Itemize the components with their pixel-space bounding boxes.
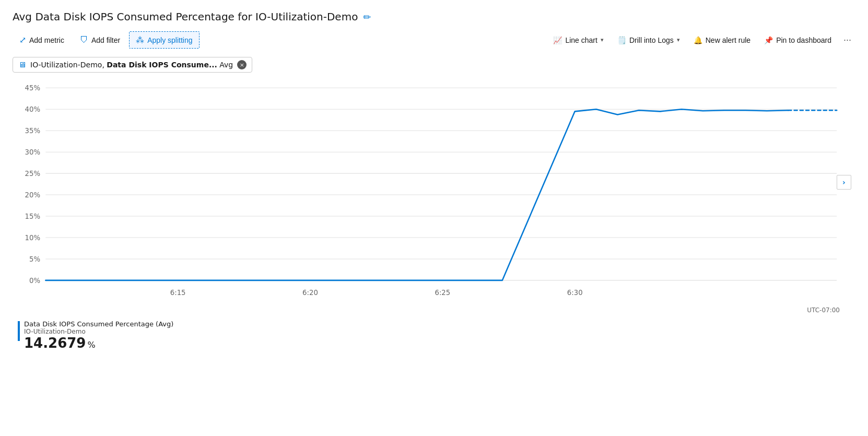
svg-text:6:25: 6:25: [435, 289, 450, 297]
add-metric-button[interactable]: ⤢ Add metric: [13, 31, 71, 49]
vm-icon: 🖥: [18, 60, 26, 69]
svg-text:6:30: 6:30: [567, 289, 583, 297]
drill-logs-chevron: ▾: [677, 37, 680, 43]
svg-text:35%: 35%: [25, 127, 40, 135]
legend-subtitle: IO-Utilization-Demo: [24, 328, 173, 335]
alert-rule-icon: 🔔: [694, 36, 702, 44]
legend-area: Data Disk IOPS Consumed Percentage (Avg)…: [13, 320, 855, 351]
svg-text:40%: 40%: [25, 105, 40, 113]
svg-text:5%: 5%: [29, 255, 40, 263]
add-filter-icon: ⛉: [80, 36, 88, 45]
svg-text:25%: 25%: [25, 170, 40, 178]
toolbar-right: 📈 Line chart ▾ 🗒️ Drill into Logs ▾ 🔔 Ne…: [547, 32, 855, 48]
drill-into-logs-button[interactable]: 🗒️ Drill into Logs ▾: [612, 32, 686, 48]
new-alert-rule-button[interactable]: 🔔 New alert rule: [688, 32, 756, 48]
svg-text:10%: 10%: [25, 234, 40, 242]
svg-text:15%: 15%: [25, 213, 40, 220]
svg-text:0%: 0%: [29, 277, 40, 285]
svg-text:6:15: 6:15: [170, 289, 186, 297]
edit-icon[interactable]: ✏️: [363, 11, 371, 22]
page-title: Avg Data Disk IOPS Consumed Percentage f…: [13, 10, 855, 23]
svg-text:20%: 20%: [25, 191, 40, 199]
chart-utc-label: UTC-07:00: [13, 307, 855, 314]
apply-splitting-icon: ⁂: [136, 35, 144, 45]
svg-text:30%: 30%: [25, 148, 40, 156]
metric-pill: 🖥 IO-Utilization-Demo, Data Disk IOPS Co…: [13, 57, 252, 73]
metric-pill-close-button[interactable]: ×: [237, 60, 247, 69]
chart-expand-button[interactable]: ›: [837, 175, 851, 190]
toolbar: ⤢ Add metric ⛉ Add filter ⁂ Apply splitt…: [13, 31, 855, 49]
line-chart-button[interactable]: 📈 Line chart ▾: [547, 32, 609, 48]
chart-area: 45% 40% 35% 30% 25% 20% 15% 10% 5% 0% 6:…: [13, 81, 855, 305]
legend-title: Data Disk IOPS Consumed Percentage (Avg): [24, 320, 173, 328]
pin-to-dashboard-button[interactable]: 📌 Pin to dashboard: [758, 32, 837, 48]
legend-value: 14.2679%: [24, 335, 173, 351]
line-chart-icon: 📈: [553, 36, 562, 44]
svg-text:45%: 45%: [25, 84, 40, 92]
apply-splitting-button[interactable]: ⁂ Apply splitting: [129, 31, 199, 49]
legend-color-bar: [18, 321, 20, 341]
chart-svg: 45% 40% 35% 30% 25% 20% 15% 10% 5% 0% 6:…: [13, 81, 855, 305]
svg-text:6:20: 6:20: [302, 289, 318, 297]
add-metric-icon: ⤢: [19, 35, 26, 45]
pin-icon: 📌: [764, 36, 773, 44]
more-options-button[interactable]: ···: [839, 32, 855, 48]
legend-item: Data Disk IOPS Consumed Percentage (Avg)…: [18, 320, 850, 351]
drill-logs-icon: 🗒️: [617, 36, 626, 44]
add-filter-button[interactable]: ⛉ Add filter: [73, 32, 127, 49]
line-chart-chevron: ▾: [601, 37, 604, 43]
